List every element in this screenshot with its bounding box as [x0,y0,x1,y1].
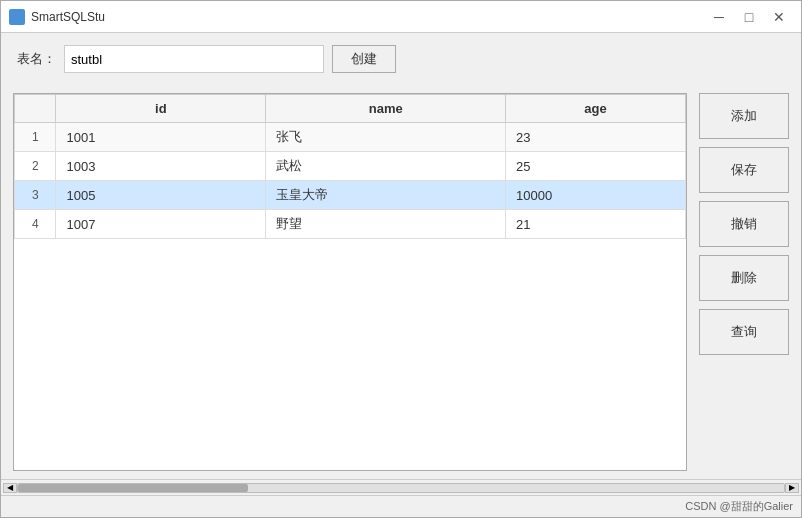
horizontal-scrollbar[interactable]: ◀ ▶ [1,479,801,495]
cell-rownum: 3 [15,181,56,210]
table-row[interactable]: 31005玉皇大帝10000 [15,181,686,210]
bottom-bar: CSDN @甜甜的Galier [1,495,801,517]
maximize-button[interactable]: □ [735,6,763,28]
scroll-right-arrow[interactable]: ▶ [785,483,799,493]
table-row[interactable]: 41007野望21 [15,210,686,239]
cell-rownum: 4 [15,210,56,239]
scrollbar-thumb[interactable] [18,484,248,492]
close-button[interactable]: ✕ [765,6,793,28]
data-table-container[interactable]: id name age 11001张飞2321003武松2531005玉皇大帝1… [13,93,687,471]
window-controls: ─ □ ✕ [705,6,793,28]
cell-age: 10000 [506,181,686,210]
cell-id: 1001 [56,123,266,152]
scroll-left-arrow[interactable]: ◀ [3,483,17,493]
cell-name: 野望 [266,210,506,239]
cell-rownum: 2 [15,152,56,181]
cell-age: 25 [506,152,686,181]
scrollbar-track[interactable] [17,483,785,493]
cell-name: 武松 [266,152,506,181]
col-header-rownum [15,95,56,123]
title-bar: SmartSQLStu ─ □ ✕ [1,1,801,33]
col-header-age: age [506,95,686,123]
window-title: SmartSQLStu [31,10,705,24]
save-button[interactable]: 保存 [699,147,789,193]
query-button[interactable]: 查询 [699,309,789,355]
minimize-button[interactable]: ─ [705,6,733,28]
main-window: SmartSQLStu ─ □ ✕ 表名： 创建 id name age [0,0,802,518]
col-header-id: id [56,95,266,123]
app-icon [9,9,25,25]
table-name-label: 表名： [17,50,56,68]
table-name-input[interactable] [64,45,324,73]
cell-name: 玉皇大帝 [266,181,506,210]
cell-age: 21 [506,210,686,239]
col-header-name: name [266,95,506,123]
cell-name: 张飞 [266,123,506,152]
add-button[interactable]: 添加 [699,93,789,139]
cell-age: 23 [506,123,686,152]
main-area: id name age 11001张飞2321003武松2531005玉皇大帝1… [1,85,801,479]
delete-button[interactable]: 删除 [699,255,789,301]
table-row[interactable]: 21003武松25 [15,152,686,181]
cell-id: 1005 [56,181,266,210]
cell-id: 1007 [56,210,266,239]
cell-id: 1003 [56,152,266,181]
bottom-bar-text: CSDN @甜甜的Galier [685,499,793,514]
cell-rownum: 1 [15,123,56,152]
create-button[interactable]: 创建 [332,45,396,73]
data-table: id name age 11001张飞2321003武松2531005玉皇大帝1… [14,94,686,239]
toolbar: 表名： 创建 [1,33,801,85]
table-row[interactable]: 11001张飞23 [15,123,686,152]
cancel-button[interactable]: 撤销 [699,201,789,247]
sidebar: 添加保存撤销删除查询 [699,93,789,471]
table-header-row: id name age [15,95,686,123]
